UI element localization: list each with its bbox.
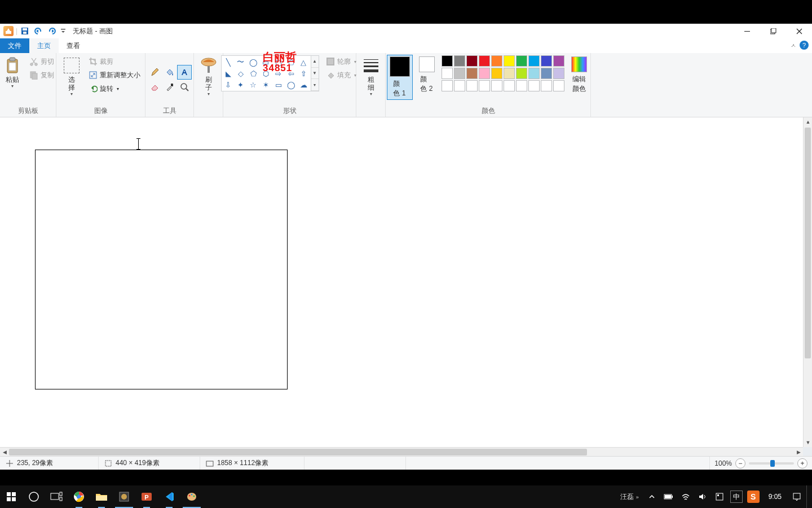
scroll-up-icon[interactable]: ▲ bbox=[804, 117, 812, 126]
tray-overflow-icon[interactable] bbox=[645, 485, 659, 508]
select-button[interactable]: 选 择 ▾ bbox=[59, 55, 84, 103]
canvas[interactable] bbox=[0, 117, 803, 447]
taskbar-app-icon[interactable] bbox=[113, 485, 135, 508]
color-swatch[interactable] bbox=[528, 55, 540, 67]
pencil-tool-icon[interactable] bbox=[148, 65, 162, 79]
edit-colors-button[interactable]: 编辑 颜色 bbox=[569, 55, 589, 95]
task-view-button[interactable] bbox=[45, 485, 68, 508]
color-swatch[interactable] bbox=[504, 68, 515, 79]
shape-oval-icon[interactable]: ◯ bbox=[247, 56, 259, 68]
taskbar-vscode-icon[interactable] bbox=[158, 485, 180, 508]
save-icon[interactable] bbox=[19, 25, 31, 37]
color-swatch[interactable] bbox=[553, 68, 564, 79]
shape-arrow-up-icon[interactable]: ⇧ bbox=[297, 68, 310, 79]
zoom-out-button[interactable]: − bbox=[735, 458, 745, 468]
copy-button[interactable]: 复制 bbox=[27, 69, 56, 81]
color-swatch[interactable] bbox=[541, 55, 552, 67]
color-swatch[interactable] bbox=[504, 55, 515, 67]
color1-button[interactable]: 颜 色 1 bbox=[387, 55, 412, 99]
color-swatch[interactable] bbox=[541, 80, 552, 91]
redo-icon[interactable] bbox=[46, 25, 58, 37]
show-desktop-button[interactable] bbox=[806, 485, 810, 508]
help-icon[interactable]: ? bbox=[800, 41, 809, 50]
shape-arrow-right-icon[interactable]: ⇨ bbox=[272, 68, 285, 79]
cut-button[interactable]: 剪切 bbox=[27, 55, 56, 68]
shape-callout-cloud-icon[interactable]: ☁ bbox=[297, 79, 310, 90]
color-swatch[interactable] bbox=[442, 55, 453, 67]
size-button[interactable]: 粗 细 ▾ bbox=[359, 55, 383, 103]
shape-polygon-icon[interactable]: ⬠ bbox=[285, 56, 297, 68]
color-swatch[interactable] bbox=[442, 68, 453, 79]
color-swatch[interactable] bbox=[541, 68, 552, 79]
color-swatch[interactable] bbox=[466, 55, 478, 67]
shape-triangle-icon[interactable]: △ bbox=[297, 56, 310, 68]
shape-rect-icon[interactable]: ▭ bbox=[259, 56, 272, 68]
tray-volume-icon[interactable] bbox=[695, 485, 710, 508]
color-swatch[interactable] bbox=[479, 68, 490, 79]
scroll-left-icon[interactable]: ◀ bbox=[0, 448, 9, 457]
crop-button[interactable]: 裁剪 bbox=[86, 55, 143, 68]
taskbar-chrome-icon[interactable] bbox=[68, 485, 90, 508]
color-swatch[interactable] bbox=[528, 80, 540, 91]
shape-5star-icon[interactable]: ☆ bbox=[247, 79, 259, 90]
color-swatch[interactable] bbox=[491, 80, 502, 91]
color-swatch[interactable] bbox=[504, 80, 515, 91]
paste-button[interactable]: 粘贴 ▾ bbox=[0, 55, 25, 103]
resize-button[interactable]: 重新调整大小 bbox=[86, 69, 143, 81]
eraser-tool-icon[interactable] bbox=[148, 80, 162, 94]
tray-battery-icon[interactable] bbox=[661, 485, 676, 508]
tray-ime-lang-icon[interactable]: 中 bbox=[729, 485, 744, 508]
zoom-slider[interactable] bbox=[749, 462, 794, 465]
color-swatch[interactable] bbox=[454, 55, 465, 67]
color-swatch[interactable] bbox=[466, 80, 478, 91]
color-swatch[interactable] bbox=[442, 80, 453, 91]
text-tool-icon[interactable] bbox=[178, 65, 191, 79]
tray-ime-panel-icon[interactable] bbox=[712, 485, 727, 508]
cortana-button[interactable] bbox=[23, 485, 45, 508]
color-swatch[interactable] bbox=[528, 68, 540, 79]
tray-user-label[interactable]: 汪磊 » bbox=[617, 492, 642, 502]
qat-customize-icon[interactable] bbox=[59, 25, 67, 37]
undo-icon[interactable] bbox=[32, 25, 45, 37]
color-swatch[interactable] bbox=[479, 55, 490, 67]
rotate-button[interactable]: 旋转▾ bbox=[86, 82, 143, 95]
shape-right-triangle-icon[interactable]: ◣ bbox=[222, 68, 235, 79]
taskbar-powerpoint-icon[interactable]: P bbox=[135, 485, 158, 508]
tray-clock[interactable]: 9:05 bbox=[763, 493, 787, 501]
color-swatch[interactable] bbox=[491, 55, 502, 67]
color-swatch[interactable] bbox=[516, 80, 527, 91]
color-swatch[interactable] bbox=[454, 68, 465, 79]
app-icon[interactable] bbox=[2, 25, 15, 37]
shapes-scroll-up-icon[interactable]: ▲ bbox=[311, 56, 319, 68]
taskbar-explorer-icon[interactable] bbox=[90, 485, 113, 508]
shape-pentagon-icon[interactable]: ⬠ bbox=[247, 68, 259, 79]
color2-button[interactable]: 颜 色 2 bbox=[417, 55, 437, 95]
shape-diamond-icon[interactable]: ◇ bbox=[235, 68, 247, 79]
maximize-button[interactable] bbox=[760, 24, 786, 38]
shape-line-icon[interactable]: ╲ bbox=[222, 56, 235, 68]
scroll-down-icon[interactable]: ▼ bbox=[804, 438, 812, 447]
shapes-gallery[interactable]: ╲ 〜 ◯ ▭ ▢ ⬠ △ ◣ ◇ ⬠ ⬡ ⇨ ⇦ ⇧ ⇩ bbox=[221, 55, 311, 91]
vertical-scrollbar[interactable]: ▲ ▼ bbox=[803, 117, 812, 447]
shape-6star-icon[interactable]: ✶ bbox=[259, 79, 272, 90]
minimize-button[interactable] bbox=[734, 24, 760, 38]
shape-callout-round-icon[interactable]: ◯ bbox=[285, 79, 297, 90]
color-swatch[interactable] bbox=[454, 80, 465, 91]
color-swatch[interactable] bbox=[516, 55, 527, 67]
magnifier-tool-icon[interactable] bbox=[178, 80, 191, 94]
tab-home[interactable]: 主页 bbox=[29, 38, 59, 53]
shape-4star-icon[interactable]: ✦ bbox=[235, 79, 247, 90]
shape-curve-icon[interactable]: 〜 bbox=[235, 56, 247, 68]
shapes-expand-icon[interactable]: ▾ bbox=[311, 79, 319, 91]
shape-arrow-down-icon[interactable]: ⇩ bbox=[222, 79, 235, 90]
shape-arrow-left-icon[interactable]: ⇦ bbox=[285, 68, 297, 79]
color-swatch[interactable] bbox=[491, 68, 502, 79]
color-swatch[interactable] bbox=[479, 80, 490, 91]
tray-sogou-icon[interactable]: S bbox=[746, 485, 761, 508]
tab-view[interactable]: 查看 bbox=[59, 38, 88, 53]
color-swatch[interactable] bbox=[466, 68, 478, 79]
start-button[interactable] bbox=[0, 485, 23, 508]
shape-roundrect-icon[interactable]: ▢ bbox=[272, 56, 285, 68]
color-swatch[interactable] bbox=[516, 68, 527, 79]
taskbar-paint-icon[interactable] bbox=[180, 485, 203, 508]
